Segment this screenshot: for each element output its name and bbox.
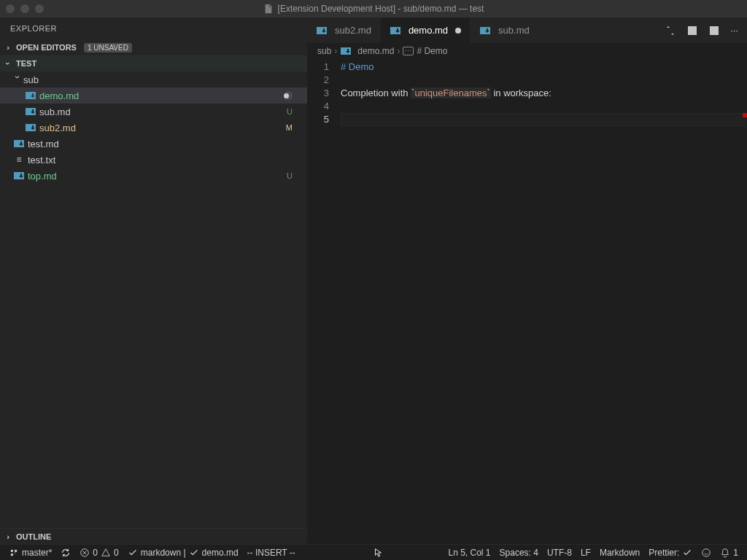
chevron-right-icon: › bbox=[3, 532, 13, 541]
explorer-sidebar: EXPLORER › OPEN EDITORS 1 UNSAVED › TEST… bbox=[0, 18, 307, 544]
split-icon[interactable] bbox=[708, 25, 720, 36]
window-controls bbox=[6, 4, 44, 13]
current-line-highlight bbox=[341, 113, 746, 126]
cursor-pointer bbox=[300, 545, 387, 560]
file-test-md[interactable]: test.md bbox=[0, 136, 307, 152]
markdown-icon bbox=[479, 25, 491, 36]
markdown-icon bbox=[13, 170, 25, 182]
unsaved-dot-icon bbox=[455, 28, 461, 34]
minimize-window[interactable] bbox=[20, 4, 29, 13]
prettier[interactable]: Prettier: bbox=[644, 545, 697, 560]
bell-icon bbox=[720, 548, 730, 558]
markdown-icon bbox=[13, 138, 25, 149]
line-numbers: 1 2 3 4 5 bbox=[307, 59, 341, 544]
sync-icon bbox=[61, 548, 71, 558]
feedback-icon bbox=[701, 548, 711, 558]
check-markdown[interactable]: markdown | demo.md bbox=[123, 545, 243, 560]
git-status-u: U bbox=[287, 171, 293, 180]
eol[interactable]: LF bbox=[576, 545, 595, 560]
error-marker bbox=[743, 113, 747, 117]
svg-point-1 bbox=[703, 548, 711, 556]
code-editor[interactable]: 1 2 3 4 5 # Demo Completion with `unique… bbox=[307, 59, 747, 544]
error-icon bbox=[80, 548, 90, 558]
modified-dot bbox=[284, 91, 293, 100]
indentation[interactable]: Spaces: 4 bbox=[495, 545, 543, 560]
markdown-icon bbox=[25, 90, 36, 101]
markdown-icon bbox=[390, 25, 401, 36]
check-icon bbox=[128, 548, 138, 558]
folder-sub[interactable]: › sub bbox=[0, 71, 307, 88]
chevron-down-icon: › bbox=[4, 58, 12, 69]
chevron-right-icon: › bbox=[3, 43, 13, 52]
workspace-section[interactable]: › TEST bbox=[0, 55, 307, 71]
file-icon bbox=[263, 4, 274, 14]
editor-actions: ··· bbox=[656, 18, 747, 43]
text-file-icon: ≡ bbox=[13, 154, 25, 166]
open-editors-section[interactable]: › OPEN EDITORS 1 UNSAVED bbox=[0, 39, 307, 55]
language-mode[interactable]: Markdown bbox=[595, 545, 644, 560]
check-icon bbox=[189, 548, 199, 558]
window-title: [Extension Development Host] - sub/demo.… bbox=[0, 4, 747, 14]
file-sub2-md[interactable]: sub2.md M bbox=[0, 120, 307, 136]
sync-button[interactable] bbox=[56, 545, 75, 560]
code-content[interactable]: # Demo Completion with `uniqueFilenames`… bbox=[341, 59, 747, 544]
unsaved-badge: 1 UNSAVED bbox=[84, 43, 132, 52]
line-col[interactable]: Ln 5, Col 1 bbox=[444, 545, 495, 560]
tab-sub[interactable]: sub.md bbox=[471, 18, 539, 43]
tab-demo[interactable]: demo.md bbox=[381, 18, 471, 43]
editor-panel: sub2.md demo.md sub.md ··· sub› demo.md› bbox=[307, 18, 747, 544]
status-bar: master* 0 0 markdown | demo.md -- INSERT… bbox=[0, 544, 747, 560]
chevron-down-icon: › bbox=[12, 75, 23, 84]
tab-sub2[interactable]: sub2.md bbox=[307, 18, 381, 43]
editor-tabs: sub2.md demo.md sub.md ··· bbox=[307, 18, 747, 43]
symbol-icon: ⋯ bbox=[403, 47, 414, 55]
breadcrumb[interactable]: sub› demo.md› ⋯ # Demo bbox=[307, 43, 747, 59]
cursor-icon bbox=[373, 548, 383, 558]
check-icon bbox=[682, 548, 692, 558]
markdown-icon bbox=[316, 25, 328, 36]
close-window[interactable] bbox=[6, 4, 15, 13]
git-status-u: U bbox=[287, 107, 293, 116]
compare-icon[interactable] bbox=[665, 25, 676, 36]
notifications[interactable]: 1 bbox=[716, 545, 743, 560]
feedback[interactable] bbox=[697, 545, 716, 560]
preview-icon[interactable] bbox=[686, 25, 698, 36]
explorer-header: EXPLORER bbox=[0, 18, 307, 39]
encoding[interactable]: UTF-8 bbox=[543, 545, 576, 560]
markdown-icon bbox=[25, 122, 36, 133]
file-test-txt[interactable]: ≡ test.txt bbox=[0, 152, 307, 168]
problems[interactable]: 0 0 bbox=[75, 545, 123, 560]
more-icon[interactable]: ··· bbox=[730, 25, 738, 36]
markdown-icon bbox=[25, 106, 36, 117]
file-demo-md[interactable]: demo.md bbox=[0, 88, 307, 104]
git-branch-icon bbox=[9, 548, 19, 558]
outline-section[interactable]: › OUTLINE bbox=[0, 528, 307, 544]
warning-icon bbox=[101, 548, 111, 558]
vim-mode: -- INSERT -- bbox=[243, 545, 300, 560]
file-top-md[interactable]: top.md U bbox=[0, 168, 307, 184]
title-bar: [Extension Development Host] - sub/demo.… bbox=[0, 0, 747, 18]
file-sub-md[interactable]: sub.md U bbox=[0, 104, 307, 120]
markdown-icon bbox=[340, 45, 352, 57]
maximize-window[interactable] bbox=[35, 4, 44, 13]
file-tree: › sub demo.md sub.md U sub2.md M test.md bbox=[0, 71, 307, 528]
git-status-m: M bbox=[286, 123, 293, 132]
git-branch[interactable]: master* bbox=[4, 545, 56, 560]
